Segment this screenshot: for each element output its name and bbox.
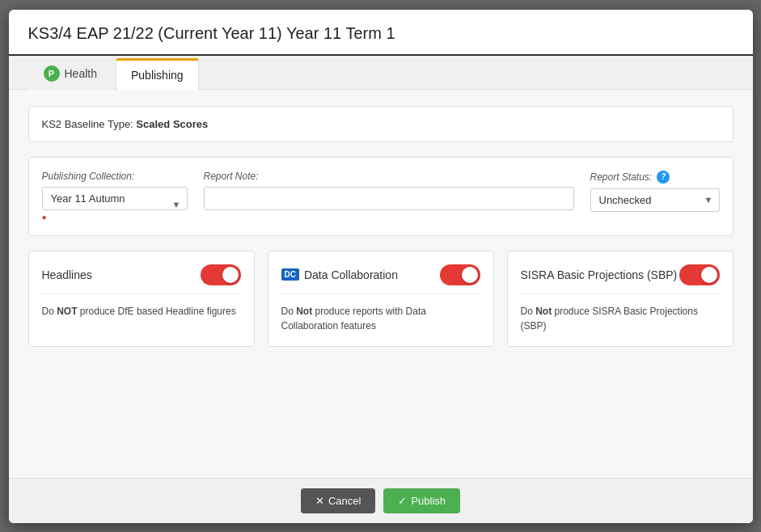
- tab-publishing[interactable]: Publishing: [116, 58, 199, 90]
- fields-row: Publishing Collection: Year 11 Autumn Ye…: [42, 171, 720, 222]
- status-select[interactable]: Unchecked Checked Approved: [590, 188, 720, 212]
- dc-badge: DC: [281, 268, 299, 281]
- baseline-box: KS2 Baseline Type: Scaled Scores: [28, 106, 734, 142]
- collection-select-wrapper: Year 11 Autumn Year 11 Spring Year 11 Su…: [42, 187, 188, 222]
- headlines-card-header: Headlines: [42, 264, 241, 294]
- modal-body: KS2 Baseline Type: Scaled Scores Publish…: [9, 90, 753, 478]
- toggle-cards: Headlines Do NOT produce DfE based Headl…: [28, 251, 734, 347]
- help-icon[interactable]: ?: [657, 171, 670, 184]
- cancel-icon: ✕: [315, 495, 324, 507]
- publish-button[interactable]: ✓ Publish: [383, 488, 460, 513]
- headlines-not-text: NOT: [57, 306, 77, 317]
- sisra-sbp-desc: Do Not produce SISRA Basic Projections (…: [521, 304, 720, 333]
- headlines-desc: Do NOT produce DfE based Headline figure…: [42, 304, 241, 319]
- sbp-not-text: Not: [535, 306, 552, 317]
- sisra-sbp-toggle[interactable]: [679, 264, 720, 285]
- modal: KS3/4 EAP 21/22 (Current Year 11) Year 1…: [9, 10, 753, 523]
- tab-health[interactable]: P Health: [28, 57, 112, 90]
- sisra-sbp-title: SISRA Basic Projections (SBP): [521, 268, 678, 281]
- collection-select[interactable]: Year 11 Autumn Year 11 Spring Year 11 Su…: [42, 187, 188, 210]
- sisra-sbp-card: SISRA Basic Projections (SBP) Do Not pro…: [507, 251, 734, 347]
- modal-title: KS3/4 EAP 21/22 (Current Year 11) Year 1…: [28, 24, 734, 43]
- data-collaboration-card: DC Data Collaboration Do Not produce rep…: [268, 251, 494, 347]
- required-dot: ●: [42, 213, 47, 222]
- cancel-button[interactable]: ✕ Cancel: [301, 488, 375, 513]
- tabs-bar: P Health Publishing: [9, 56, 753, 90]
- dc-not-text: Not: [296, 306, 312, 317]
- data-collaboration-card-header: DC Data Collaboration: [281, 264, 480, 294]
- tab-publishing-label: Publishing: [131, 69, 184, 82]
- data-collaboration-toggle[interactable]: [440, 264, 480, 285]
- modal-footer: ✕ Cancel ✓ Publish: [9, 478, 753, 523]
- collection-label: Publishing Collection:: [42, 171, 188, 182]
- health-icon: P: [44, 65, 60, 82]
- headlines-card: Headlines Do NOT produce DfE based Headl…: [28, 251, 255, 347]
- sisra-sbp-card-header: SISRA Basic Projections (SBP): [521, 264, 720, 294]
- note-field-group: Report Note:: [204, 171, 574, 210]
- fields-box: Publishing Collection: Year 11 Autumn Ye…: [28, 157, 734, 236]
- collection-field-group: Publishing Collection: Year 11 Autumn Ye…: [42, 171, 188, 222]
- data-collaboration-title: DC Data Collaboration: [281, 268, 398, 281]
- modal-header: KS3/4 EAP 21/22 (Current Year 11) Year 1…: [9, 10, 753, 56]
- baseline-value: Scaled Scores: [136, 118, 208, 130]
- tab-health-label: Health: [65, 67, 97, 80]
- status-field-group: Report Status: ? Unchecked Checked Appro…: [590, 171, 720, 212]
- cancel-label: Cancel: [328, 495, 361, 507]
- status-select-wrapper: Unchecked Checked Approved ▼: [590, 188, 720, 212]
- publish-icon: ✓: [398, 495, 407, 507]
- headlines-toggle[interactable]: [201, 264, 241, 285]
- status-label: Report Status: ?: [590, 171, 720, 184]
- headlines-title: Headlines: [42, 268, 92, 281]
- note-label: Report Note:: [204, 171, 574, 182]
- data-collaboration-desc: Do Not produce reports with Data Collabo…: [281, 304, 480, 333]
- publish-label: Publish: [411, 495, 446, 507]
- note-input[interactable]: [204, 187, 574, 210]
- baseline-label: KS2 Baseline Type:: [42, 118, 133, 130]
